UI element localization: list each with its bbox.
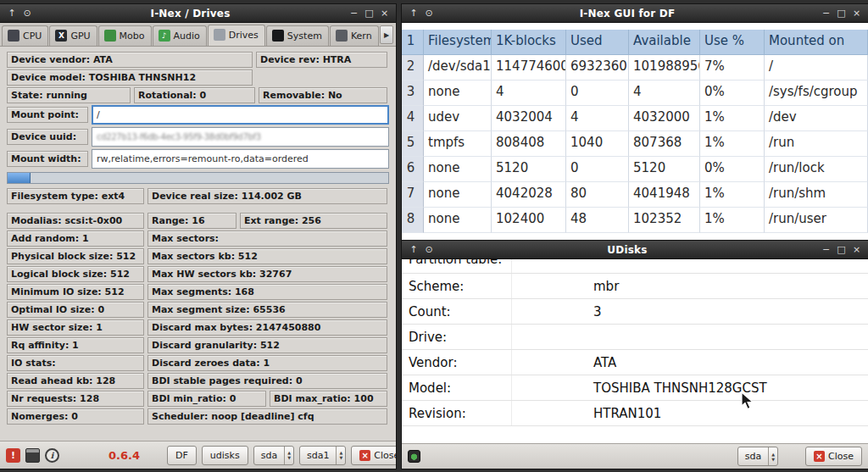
minimize-button[interactable]: ─ xyxy=(820,8,832,19)
spinner-arrows-icon[interactable]: ▲▼ xyxy=(768,447,777,465)
table-cell[interactable]: 5120 xyxy=(492,157,566,182)
titlebar[interactable]: ↑ ⊙ I-Nex GUI for DF ─ □ × xyxy=(402,4,868,23)
partition-spinner[interactable]: sda1 ▲▼ xyxy=(299,446,346,465)
window-up-icon[interactable]: ↑ xyxy=(407,8,420,19)
table-cell[interactable]: 4 xyxy=(566,106,629,131)
device-uuid-input[interactable]: cd227b13-f6db-4ec3-95f9-38d0bf9d7bf3 xyxy=(92,127,389,147)
table-cell[interactable]: /sys/fs/cgroup xyxy=(765,81,868,106)
table-cell[interactable]: 0 xyxy=(566,81,629,106)
info-icon[interactable]: i xyxy=(45,448,59,463)
minimize-button[interactable]: ─ xyxy=(348,8,360,19)
info-field: Ext range: 256 xyxy=(240,213,387,229)
table-cell[interactable]: /run xyxy=(765,131,868,157)
tab-audio[interactable]: ♪Audio xyxy=(153,25,207,46)
table-cell[interactable]: 4042028 xyxy=(492,182,566,208)
disk-spinner[interactable]: sda ▲▼ xyxy=(737,447,778,466)
table-cell[interactable]: none xyxy=(424,208,492,233)
table-cell[interactable]: 101988956 xyxy=(629,55,700,81)
mount-options-input[interactable] xyxy=(92,149,389,169)
table-cell[interactable]: 5120 xyxy=(629,157,700,182)
table-cell[interactable]: 6932360 xyxy=(566,55,629,81)
window-menu-icon[interactable]: ⊙ xyxy=(20,8,34,19)
table-cell[interactable]: 4 xyxy=(492,81,566,106)
table-cell[interactable]: /run/lock xyxy=(765,157,868,182)
report-icon[interactable]: ! xyxy=(6,448,20,463)
column-header[interactable]: Filesystem xyxy=(424,30,492,55)
close-window-button[interactable]: × xyxy=(378,8,391,19)
maximize-button[interactable]: □ xyxy=(363,8,376,19)
tab-cpu[interactable]: CPU xyxy=(2,25,48,46)
df-table-row: 7none40420288040419481%/run/shm xyxy=(402,182,868,208)
table-cell[interactable]: /dev xyxy=(765,106,868,131)
table-cell[interactable]: /dev/sda1 xyxy=(424,55,492,81)
tab-scroll-right-button[interactable]: ▶ xyxy=(380,25,393,44)
table-cell[interactable]: 1% xyxy=(700,106,765,131)
titlebar[interactable]: ↑ ⊙ I-Nex / Drives ─ □ × xyxy=(0,4,396,23)
table-cell[interactable]: /run/shm xyxy=(765,182,868,208)
table-cell[interactable]: 1% xyxy=(700,131,765,157)
close-window-button[interactable]: × xyxy=(850,8,863,19)
tab-system[interactable]: System xyxy=(266,25,329,46)
table-cell[interactable]: 0% xyxy=(700,157,765,182)
column-header[interactable]: Available xyxy=(629,30,700,55)
tab-mobo[interactable]: Mobo xyxy=(98,25,152,46)
tab-kern[interactable]: Kern xyxy=(330,25,379,46)
table-cell[interactable]: 807368 xyxy=(629,131,700,157)
maximize-button[interactable]: □ xyxy=(835,8,848,19)
column-header[interactable]: Mounted on xyxy=(765,30,868,55)
table-cell[interactable]: 7% xyxy=(700,55,765,81)
close-window-button[interactable]: × xyxy=(850,244,863,255)
table-cell[interactable]: 0 xyxy=(566,157,629,182)
table-cell[interactable]: 114774600 xyxy=(492,55,566,81)
table-cell[interactable]: 48 xyxy=(566,208,629,233)
table-cell[interactable]: 80 xyxy=(566,182,629,208)
table-cell[interactable]: 4041948 xyxy=(629,182,700,208)
info-field: State: running xyxy=(7,87,131,103)
disk-spinner[interactable]: sda ▲▼ xyxy=(253,446,294,465)
row-number: 2 xyxy=(402,55,424,81)
table-cell[interactable]: 102352 xyxy=(629,208,700,233)
column-header[interactable]: Use % xyxy=(700,30,765,55)
titlebar[interactable]: ↑ ⊙ UDisks ─ □ × xyxy=(402,241,868,259)
table-cell[interactable]: 1040 xyxy=(566,131,629,157)
tab-label: System xyxy=(287,31,322,42)
table-cell[interactable]: none xyxy=(424,81,492,106)
app-icon xyxy=(408,450,420,463)
minimize-button[interactable]: ─ xyxy=(820,244,832,255)
window-up-icon[interactable]: ↑ xyxy=(5,8,19,19)
system-icon xyxy=(272,30,284,42)
window-up-icon[interactable]: ↑ xyxy=(407,244,420,255)
column-header[interactable]: Used xyxy=(566,30,629,55)
table-cell[interactable]: 0% xyxy=(700,81,765,106)
table-cell[interactable]: 4 xyxy=(629,81,700,106)
udisks-button[interactable]: udisks xyxy=(202,446,248,465)
window-menu-icon[interactable]: ⊙ xyxy=(422,244,436,255)
table-cell[interactable]: 1% xyxy=(700,208,765,233)
table-cell[interactable]: 808408 xyxy=(492,131,566,157)
spinner-arrows-icon[interactable]: ▲▼ xyxy=(336,447,345,464)
df-button[interactable]: DF xyxy=(167,446,197,465)
column-header[interactable]: 1K-blocks xyxy=(492,30,566,55)
printer-icon[interactable] xyxy=(25,448,40,463)
table-cell[interactable]: 102400 xyxy=(492,208,566,233)
table-cell[interactable]: none xyxy=(424,182,492,208)
progress-fill xyxy=(8,173,31,183)
tab-drives[interactable]: Drives xyxy=(208,25,265,46)
spinner-arrows-icon[interactable]: ▲▼ xyxy=(284,447,293,464)
mount-point-input[interactable] xyxy=(92,105,389,125)
maximize-button[interactable]: □ xyxy=(835,244,848,255)
udisks-field-label: Scheme: xyxy=(402,274,512,298)
close-button[interactable]: × Close xyxy=(351,446,396,465)
table-cell[interactable]: / xyxy=(765,55,868,81)
close-button[interactable]: × Close xyxy=(805,447,862,466)
table-cell[interactable]: 1% xyxy=(700,182,765,208)
table-cell[interactable]: udev xyxy=(424,106,492,131)
window-menu-icon[interactable]: ⊙ xyxy=(422,8,436,19)
table-cell[interactable]: 4032004 xyxy=(492,106,566,131)
disk-spinner-value: sda xyxy=(738,447,768,465)
table-cell[interactable]: none xyxy=(424,157,492,182)
table-cell[interactable]: tmpfs xyxy=(424,131,492,157)
tab-gpu[interactable]: XGPU xyxy=(49,25,97,46)
table-cell[interactable]: 4032000 xyxy=(629,106,700,131)
table-cell[interactable]: /run/user xyxy=(765,208,868,233)
